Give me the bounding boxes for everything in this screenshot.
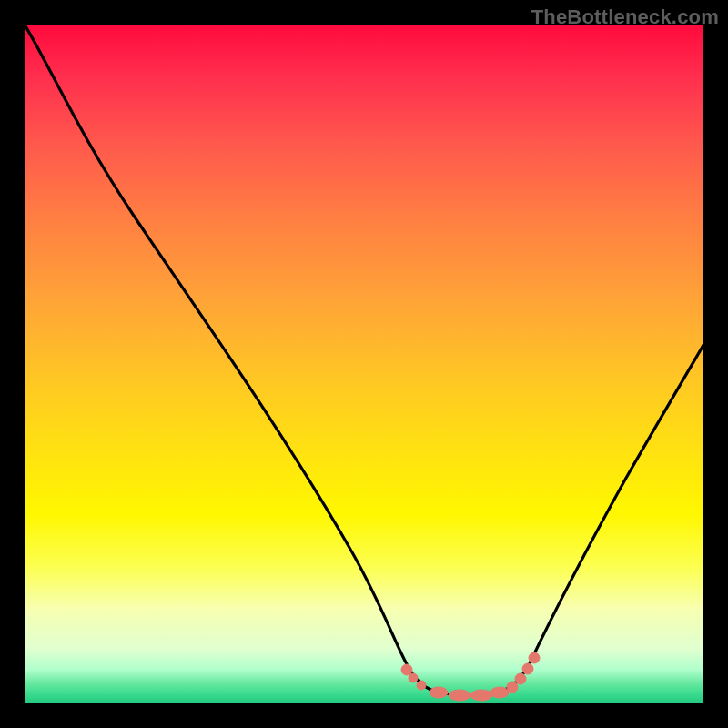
plot-svg <box>25 25 703 703</box>
svg-point-1 <box>409 673 418 682</box>
plot-frame <box>25 25 703 703</box>
curve-line <box>25 25 703 695</box>
watermark-text: TheBottleneck.com <box>531 5 719 29</box>
svg-point-9 <box>522 663 533 674</box>
svg-point-3 <box>430 687 448 698</box>
svg-point-2 <box>417 681 426 690</box>
svg-point-7 <box>507 682 518 693</box>
svg-point-5 <box>470 690 492 701</box>
svg-point-0 <box>401 664 412 675</box>
svg-point-4 <box>449 690 470 701</box>
svg-point-10 <box>529 652 540 663</box>
bottom-markers-group <box>401 652 540 701</box>
chart-container: TheBottleneck.com <box>0 0 728 728</box>
svg-point-8 <box>515 673 526 684</box>
svg-point-6 <box>490 687 509 698</box>
